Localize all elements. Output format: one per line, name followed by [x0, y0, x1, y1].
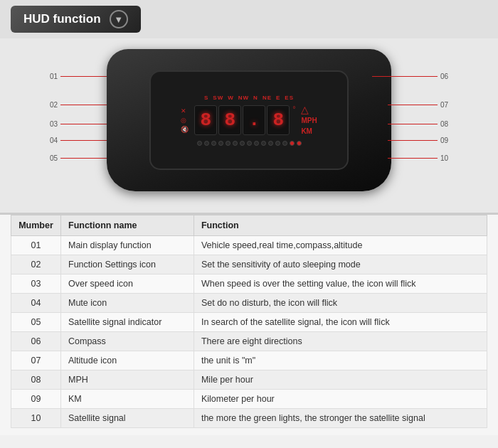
- function-table: Mumber Functionn name Function 01Main di…: [11, 215, 487, 428]
- icons-left: ✕ ◎ 🔇: [181, 107, 189, 133]
- led-7: [240, 141, 245, 146]
- led-6: [233, 141, 238, 146]
- altitude-icon: △: [301, 104, 317, 115]
- label-06: 06: [372, 73, 448, 80]
- digit-4: 8: [267, 105, 290, 135]
- led-4: [218, 141, 223, 146]
- leds-row: [197, 141, 302, 146]
- row-function-desc: Kilometer per hour: [194, 390, 487, 409]
- led-3: [211, 141, 216, 146]
- row-function-name: Altitude icon: [61, 351, 194, 370]
- row-function-name: MPH: [61, 370, 194, 390]
- row-function-name: KM: [61, 390, 194, 409]
- overspeed-icon: ◎: [181, 117, 189, 124]
- row-function-desc: In search of the satellite signal, the i…: [194, 313, 487, 332]
- led-13: [282, 141, 287, 146]
- led-14-red: [290, 141, 295, 146]
- label-09: 09: [388, 137, 448, 144]
- led-1: [197, 141, 202, 146]
- row-number: 02: [11, 255, 61, 274]
- label-03: 03: [50, 120, 110, 128]
- col-name: Functionn name: [61, 215, 194, 236]
- led-15-red: [297, 141, 302, 146]
- icons-right: △ MPH KM: [301, 104, 317, 137]
- table-row: 07Altitude iconthe unit is "m": [11, 351, 487, 370]
- row-number: 09: [11, 390, 61, 409]
- row-number: 07: [11, 351, 61, 370]
- km-label: KM: [301, 127, 317, 137]
- row-function-name: Main display function: [61, 236, 194, 255]
- row-function-desc: There are eight directions: [194, 332, 487, 351]
- row-function-desc: Mile per hour: [194, 370, 487, 390]
- table-header-row: Mumber Functionn name Function: [11, 215, 487, 236]
- col-number: Mumber: [11, 215, 61, 236]
- label-02: 02: [50, 101, 110, 109]
- digit-1: 8: [194, 105, 217, 135]
- row-function-desc: Set do no disturb, the icon will flick: [194, 294, 487, 313]
- mph-label: MPH: [301, 116, 317, 126]
- row-function-desc: Vehicle speed,real time,compass,altitude: [194, 236, 487, 255]
- row-function-name: Function Settings icon: [61, 255, 194, 274]
- row-function-desc: the more the green lights, the stronger …: [194, 409, 487, 428]
- row-function-name: Satellite signal indicator: [61, 313, 194, 332]
- digit-2: 8: [218, 105, 241, 135]
- label-10: 10: [388, 154, 448, 162]
- row-number: 01: [11, 236, 61, 255]
- led-9: [254, 141, 259, 146]
- table-row: 04Mute iconSet do no disturb, the icon w…: [11, 294, 487, 313]
- row-number: 04: [11, 294, 61, 313]
- compass-row: S SW W NW N NE E ES: [204, 95, 294, 101]
- row-function-name: Over speed icon: [61, 274, 194, 294]
- row-number: 05: [11, 313, 61, 332]
- led-5: [226, 141, 231, 146]
- header-pill: HUD function ▼: [11, 6, 141, 33]
- table-row: 08MPHMile per hour: [11, 370, 487, 390]
- label-07: 07: [388, 101, 448, 109]
- row-function-desc: When speed is over the setting value, th…: [194, 274, 487, 294]
- table-row: 06CompassThere are eight directions: [11, 332, 487, 351]
- device-area: 01 02 03 04 05: [0, 38, 498, 213]
- led-10: [261, 141, 266, 146]
- table-row: 05Satellite signal indicatorIn search of…: [11, 313, 487, 332]
- display-row: ✕ ◎ 🔇 8 8 . 8 ° △ MPH: [181, 104, 317, 137]
- led-11: [268, 141, 273, 146]
- label-04: 04: [50, 137, 110, 144]
- table-wrapper: Mumber Functionn name Function 01Main di…: [0, 215, 498, 435]
- table-row: 02Function Settings iconSet the sensitiv…: [11, 255, 487, 274]
- hud-screen: S SW W NW N NE E ES ✕ ◎ 🔇: [149, 70, 349, 170]
- row-function-name: Mute icon: [61, 294, 194, 313]
- row-number: 03: [11, 274, 61, 294]
- digits-display: 8 8 . 8: [194, 105, 290, 135]
- led-8: [247, 141, 252, 146]
- table-row: 01Main display functionVehicle speed,rea…: [11, 236, 487, 255]
- row-function-name: Compass: [61, 332, 194, 351]
- row-function-name: Satellite signal: [61, 409, 194, 428]
- row-function-desc: Set the sensitivity of auto sleeping mod…: [194, 255, 487, 274]
- mute-icon: 🔇: [181, 126, 189, 133]
- col-function: Function: [194, 215, 487, 236]
- settings-icon: ✕: [181, 107, 189, 114]
- row-number: 10: [11, 409, 61, 428]
- table-row: 10Satellite signalthe more the green lig…: [11, 409, 487, 428]
- device-container: 01 02 03 04 05: [50, 46, 448, 202]
- table-row: 09KMKilometer per hour: [11, 390, 487, 409]
- digit-3: .: [243, 105, 265, 135]
- device-body: S SW W NW N NE E ES ✕ ◎ 🔇: [107, 49, 391, 191]
- label-08: 08: [388, 120, 448, 128]
- led-2: [204, 141, 209, 146]
- led-12: [275, 141, 280, 146]
- header-title: HUD function: [23, 12, 101, 26]
- row-function-desc: the unit is "m": [194, 351, 487, 370]
- label-05: 05: [50, 154, 110, 162]
- dropdown-icon[interactable]: ▼: [110, 10, 128, 28]
- row-number: 08: [11, 370, 61, 390]
- row-number: 06: [11, 332, 61, 351]
- degree-symbol: °: [292, 105, 295, 113]
- table-row: 03Over speed icon When speed is over the…: [11, 274, 487, 294]
